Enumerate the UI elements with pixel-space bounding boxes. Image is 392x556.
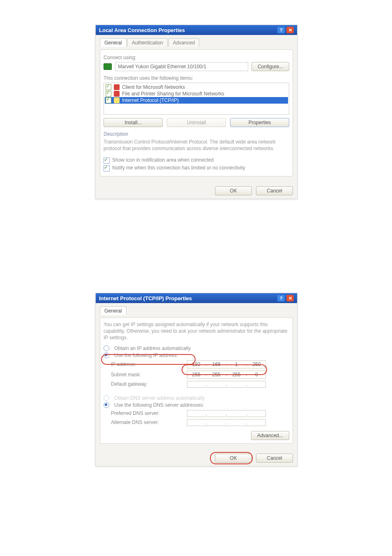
radio-manual-dns[interactable]: Use the following DNS server addresses: bbox=[104, 402, 289, 408]
intro-text: You can get IP settings assigned automat… bbox=[104, 321, 289, 341]
list-item-label: Internet Protocol (TCP/IP) bbox=[122, 97, 179, 103]
alternate-dns-label: Alternate DNS server: bbox=[111, 419, 187, 425]
preferred-dns-input[interactable]: . . . bbox=[187, 410, 266, 417]
radio-icon[interactable] bbox=[104, 402, 109, 408]
tab-general[interactable]: General bbox=[100, 306, 127, 315]
component-icon bbox=[114, 91, 120, 97]
component-icon bbox=[114, 84, 120, 90]
dialog-title: Local Area Connection Properties bbox=[99, 27, 185, 33]
dialog-titlebar: Internet Protocol (TCP/IP) Properties ? … bbox=[96, 293, 297, 303]
checkbox-icon[interactable] bbox=[106, 84, 111, 90]
install-button[interactable]: Install... bbox=[104, 118, 163, 127]
close-button[interactable]: ✕ bbox=[286, 27, 294, 33]
close-button[interactable]: ✕ bbox=[286, 295, 294, 301]
uninstall-button: Uninstall bbox=[167, 118, 226, 127]
subnet-mask-label: Subnet mask: bbox=[111, 372, 187, 378]
properties-button[interactable]: Properties bbox=[230, 118, 289, 127]
notify-limited-checkbox[interactable]: Notify me when this connection has limit… bbox=[104, 165, 289, 171]
default-gateway-label: Default gateway: bbox=[111, 381, 187, 387]
checkbox-icon[interactable] bbox=[106, 91, 111, 97]
list-item-label: File and Printer Sharing for Microsoft N… bbox=[122, 91, 224, 97]
checkbox-label: Show icon in notification area when conn… bbox=[112, 157, 214, 163]
list-item-label: Client for Microsoft Networks bbox=[122, 84, 185, 90]
radio-label: Obtain DNS server address automatically bbox=[114, 395, 205, 401]
default-gateway-input[interactable]: . . . bbox=[187, 381, 266, 388]
alternate-dns-input[interactable]: . . . bbox=[187, 419, 266, 426]
description-heading: Description bbox=[104, 131, 289, 137]
highlight-oval bbox=[182, 364, 267, 375]
adapter-name-field: Marvell Yukon Gigabit Ethernet 10/100/1 bbox=[115, 62, 248, 71]
dialog-titlebar: Local Area Connection Properties ? ✕ bbox=[96, 25, 297, 35]
checkbox-icon[interactable] bbox=[104, 158, 110, 164]
ok-button[interactable]: OK bbox=[215, 186, 252, 195]
checkbox-label: Notify me when this connection has limit… bbox=[112, 165, 245, 171]
show-icon-checkbox[interactable]: Show icon in notification area when conn… bbox=[104, 157, 289, 164]
checkbox-icon[interactable] bbox=[106, 97, 111, 103]
tab-advanced[interactable]: Advanced bbox=[168, 38, 199, 47]
advanced-button[interactable]: Advanced... bbox=[251, 431, 289, 440]
connect-using-label: Connect using: bbox=[104, 55, 289, 60]
dialog-title: Internet Protocol (TCP/IP) Properties bbox=[99, 295, 192, 301]
radio-auto-dns: Obtain DNS server address automatically bbox=[104, 395, 289, 401]
preferred-dns-label: Preferred DNS server: bbox=[111, 410, 187, 416]
tab-authentication[interactable]: Authentication bbox=[127, 38, 168, 47]
radio-auto-ip[interactable]: Obtain an IP address automatically bbox=[104, 345, 289, 351]
checkbox-icon[interactable] bbox=[104, 165, 110, 171]
list-item[interactable]: Client for Microsoft Networks bbox=[105, 84, 288, 90]
configure-button[interactable]: Configure... bbox=[251, 62, 289, 71]
radio-icon bbox=[104, 395, 109, 401]
list-item[interactable]: File and Printer Sharing for Microsoft N… bbox=[105, 90, 288, 97]
radio-label: Obtain an IP address automatically bbox=[114, 345, 191, 351]
tab-general[interactable]: General bbox=[100, 38, 127, 47]
description-text: Transmission Control Protocol/Internet P… bbox=[104, 139, 289, 152]
cancel-button[interactable]: Cancel bbox=[256, 454, 293, 463]
highlight-oval bbox=[101, 354, 196, 365]
highlight-oval bbox=[210, 452, 253, 464]
tabs: General bbox=[100, 306, 293, 315]
list-item-selected[interactable]: Internet Protocol (TCP/IP) bbox=[105, 97, 288, 104]
component-icon bbox=[114, 97, 120, 103]
help-button[interactable]: ? bbox=[277, 27, 285, 33]
radio-icon[interactable] bbox=[104, 345, 109, 351]
cancel-button[interactable]: Cancel bbox=[256, 186, 293, 195]
nic-icon bbox=[104, 63, 112, 70]
items-listbox[interactable]: Client for Microsoft Networks File and P… bbox=[104, 83, 289, 115]
items-label: This connection uses the following items… bbox=[104, 75, 289, 81]
help-button[interactable]: ? bbox=[277, 295, 285, 301]
tabs: General Authentication Advanced bbox=[100, 38, 293, 47]
radio-label: Use the following DNS server addresses: bbox=[114, 402, 204, 408]
